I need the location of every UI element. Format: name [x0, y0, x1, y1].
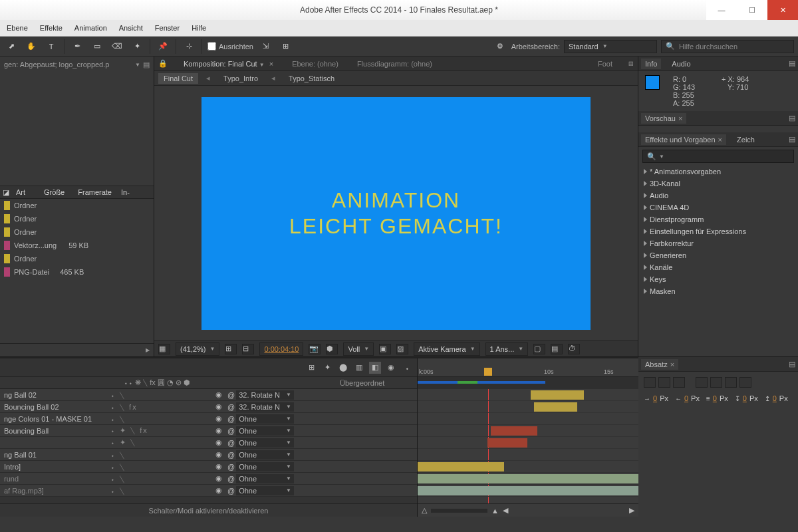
viewer-grid-icon[interactable]: ⊞	[225, 344, 237, 354]
zoom-dropdown[interactable]: (41,2%) ▼	[176, 342, 219, 356]
pickwhip-icon[interactable]: @	[227, 439, 235, 447]
tab-ebene[interactable]: Ebene: (ohne)	[289, 60, 341, 68]
viewer-area[interactable]: ANIMATION LEICHT GEMACHT!	[154, 86, 638, 340]
layer-row[interactable]: ⬩ ✦ ╲◉@Ohne▼	[0, 437, 417, 449]
tab-flussdiagramm[interactable]: Flussdiagramm: (ohne)	[354, 60, 435, 68]
align-left-icon[interactable]	[644, 377, 656, 388]
project-row[interactable]: Ordner	[0, 252, 154, 265]
effect-category[interactable]: Keys	[638, 273, 798, 285]
panel-menu-icon[interactable]: ▤	[628, 61, 634, 66]
bc-typostatisch[interactable]: Typo_Statisch	[283, 73, 340, 84]
menu-hilfe[interactable]: Hilfe	[192, 24, 206, 32]
pin-tool-icon[interactable]: 📌	[156, 39, 170, 54]
panel-menu-icon[interactable]: ▤	[143, 61, 150, 69]
tl-icon[interactable]: ✦	[321, 362, 333, 374]
visibility-icon[interactable]: ◉	[213, 462, 225, 471]
layer-row[interactable]: nge Colors 01 - MASKE 01⬩ ╲◉@Ohne▼	[0, 413, 417, 425]
pickwhip-icon[interactable]: @	[227, 427, 235, 435]
viewer-guides-icon[interactable]: ⊟	[242, 344, 254, 354]
effect-category[interactable]: Dienstprogramm	[638, 213, 798, 225]
shape-tool-icon[interactable]: ▭	[90, 39, 104, 54]
panel-menu-icon[interactable]: ▤	[789, 360, 795, 368]
visibility-icon[interactable]: ◉	[213, 414, 225, 423]
viewer-icon-b[interactable]: ▤	[551, 344, 563, 354]
effect-category[interactable]: Generieren	[638, 249, 798, 261]
effect-category[interactable]: Einstellungen für Expressions	[638, 225, 798, 237]
tl-icon[interactable]: ⬩	[401, 362, 413, 374]
timeline-footer[interactable]: Schalter/Modi aktivieren/deaktivieren	[0, 503, 417, 517]
drop-target-icon[interactable]: ▦	[158, 344, 170, 354]
menu-effekte[interactable]: Effekte	[40, 24, 63, 32]
pickwhip-icon[interactable]: @	[227, 415, 235, 423]
tl-icon[interactable]: ◉	[385, 362, 397, 374]
help-search[interactable]: 🔍 Hilfe durchsuchen	[661, 40, 794, 53]
effect-category[interactable]: CINEMA 4D	[638, 201, 798, 213]
layer-row[interactable]: ng Ball 01⬩ ╲◉@Ohne▼	[0, 449, 417, 461]
menu-animation[interactable]: Animation	[74, 24, 107, 32]
indent-field[interactable]: → 0 Px	[644, 394, 668, 402]
tl-icon[interactable]: ◧	[369, 362, 381, 374]
effect-category[interactable]: Audio	[638, 190, 798, 201]
panel-menu-icon[interactable]: ▤	[789, 135, 795, 144]
pickwhip-icon[interactable]: @	[227, 475, 235, 483]
pen-tool-icon[interactable]: ✒	[70, 39, 84, 54]
tl-icon[interactable]: ⊞	[305, 362, 317, 374]
snapshot-icon[interactable]: 📷	[309, 344, 321, 354]
effect-category[interactable]: 3D-Kanal	[638, 178, 798, 190]
menu-ansicht[interactable]: Ansicht	[119, 24, 143, 32]
visibility-icon[interactable]: ◉	[213, 486, 225, 495]
bc-typointro[interactable]: Typo_Intro	[218, 73, 263, 84]
space-before-field[interactable]: ↧ 0 Px	[735, 394, 758, 402]
tl-icon[interactable]: ⬤	[337, 362, 349, 374]
pickwhip-icon[interactable]: @	[227, 403, 235, 411]
project-row[interactable]: PNG-Datei465 KB	[0, 265, 154, 279]
effect-category[interactable]: * Animationsvorgaben	[638, 166, 798, 178]
tab-absatz[interactable]: Absatz×	[641, 359, 678, 370]
zoom-in-icon[interactable]: ▲	[491, 507, 499, 515]
tools-icon[interactable]: ⚙	[493, 39, 507, 54]
panel-menu-icon[interactable]: ▤	[789, 59, 795, 68]
timeline-tracks[interactable]: k:00s 5s 10s 15s	[418, 358, 638, 517]
tab-footage[interactable]: Foot	[595, 60, 615, 68]
scroll-left-icon[interactable]: ◀	[503, 506, 508, 515]
hand-tool-icon[interactable]: ✋	[24, 39, 39, 54]
bc-finalcut[interactable]: Final Cut	[158, 73, 198, 84]
views-dropdown[interactable]: 1 Ans... ▼	[485, 342, 529, 356]
effect-category[interactable]: Farbkorrektur	[638, 237, 798, 249]
parent-dropdown[interactable]: Ohne▼	[236, 450, 294, 460]
parent-dropdown[interactable]: Ohne▼	[236, 426, 294, 436]
justify-center-icon[interactable]	[710, 377, 722, 388]
pickwhip-icon[interactable]: @	[227, 463, 235, 471]
zoom-out-icon[interactable]: △	[422, 506, 427, 515]
tab-composition[interactable]: Komposition: Final Cut ▼ ×	[181, 60, 276, 68]
parent-dropdown[interactable]: Ohne▼	[236, 462, 294, 471]
camera-dropdown[interactable]: Aktive Kamera ▼	[414, 342, 479, 356]
close-button[interactable]: ✕	[767, 0, 798, 20]
tab-audio[interactable]: Audio	[668, 59, 694, 69]
menu-fenster[interactable]: Fenster	[155, 24, 180, 32]
visibility-icon[interactable]: ◉	[213, 426, 225, 435]
tl-icon[interactable]: ▥	[353, 362, 365, 374]
channel-icon[interactable]: ⬢	[326, 344, 338, 354]
visibility-icon[interactable]: ◉	[213, 450, 225, 459]
layer-row[interactable]: Intro]⬩ ╲◉@Ohne▼	[0, 461, 417, 473]
selection-tool-icon[interactable]: ⬈	[4, 39, 19, 54]
parent-dropdown[interactable]: 32. Rotate N▼	[236, 390, 294, 400]
col-swatch[interactable]: ◪	[3, 188, 9, 197]
align-right-icon[interactable]	[673, 377, 685, 388]
layer-row[interactable]: ng Ball 02⬩ ╲◉@32. Rotate N▼	[0, 389, 417, 401]
minimize-button[interactable]: —	[706, 0, 737, 20]
tab-effekte[interactable]: Effekte und Vorgaben×	[641, 134, 726, 145]
tab-zeichen[interactable]: Zeich	[733, 134, 759, 145]
tab-info[interactable]: Info	[641, 59, 661, 69]
layer-row[interactable]: rund⬩ ╲◉@Ohne▼	[0, 473, 417, 485]
axis-toggle-icon[interactable]: ⊹	[182, 39, 196, 54]
region-icon[interactable]: ▣	[379, 344, 391, 354]
effect-category[interactable]: Masken	[638, 285, 798, 297]
parent-dropdown[interactable]: Ohne▼	[236, 438, 294, 448]
layer-row[interactable]: af Rag.mp3]⬩ ╲◉@Ohne▼	[0, 485, 417, 497]
project-row[interactable]: Vektorz...ung59 KB	[0, 239, 154, 252]
pickwhip-icon[interactable]: @	[227, 487, 235, 495]
zoom-slider[interactable]	[431, 509, 487, 513]
pickwhip-icon[interactable]: @	[227, 391, 235, 399]
